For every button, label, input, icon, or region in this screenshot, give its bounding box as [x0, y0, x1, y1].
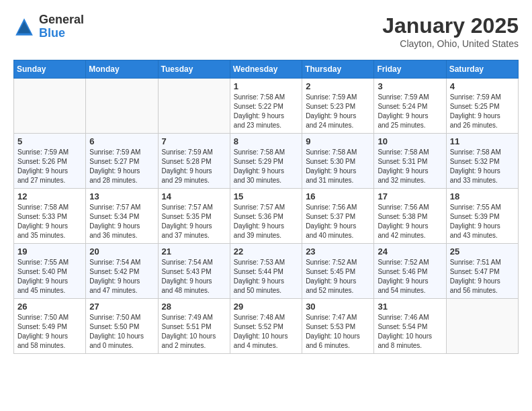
day-number: 13: [89, 191, 154, 201]
logo-icon: [13, 16, 35, 38]
day-info: Sunrise: 7:58 AM Sunset: 5:33 PM Dayligh…: [17, 203, 82, 240]
calendar-cell: 19Sunrise: 7:55 AM Sunset: 5:40 PM Dayli…: [14, 244, 86, 299]
day-number: 31: [378, 302, 442, 312]
day-number: 15: [234, 191, 298, 201]
day-number: 10: [378, 136, 442, 146]
day-number: 24: [378, 246, 442, 257]
day-number: 21: [162, 246, 226, 257]
day-info: Sunrise: 7:49 AM Sunset: 5:51 PM Dayligh…: [162, 313, 226, 351]
calendar-cell: 3Sunrise: 7:59 AM Sunset: 5:24 PM Daylig…: [374, 79, 446, 134]
day-info: Sunrise: 7:57 AM Sunset: 5:36 PM Dayligh…: [234, 203, 298, 240]
title-block: January 2025 Clayton, Ohio, United State…: [382, 13, 519, 49]
calendar-cell: [14, 79, 86, 134]
day-info: Sunrise: 7:54 AM Sunset: 5:42 PM Dayligh…: [89, 258, 154, 295]
calendar-week-row: 1Sunrise: 7:58 AM Sunset: 5:22 PM Daylig…: [14, 79, 519, 134]
calendar-cell: 9Sunrise: 7:58 AM Sunset: 5:30 PM Daylig…: [302, 134, 374, 189]
weekday-header: Saturday: [446, 60, 518, 79]
day-number: 26: [17, 302, 82, 312]
calendar-cell: 29Sunrise: 7:48 AM Sunset: 5:52 PM Dayli…: [230, 299, 302, 354]
day-info: Sunrise: 7:53 AM Sunset: 5:44 PM Dayligh…: [234, 258, 298, 295]
calendar-cell: 18Sunrise: 7:55 AM Sunset: 5:39 PM Dayli…: [446, 189, 518, 244]
calendar-cell: [446, 299, 518, 354]
day-number: 16: [306, 191, 370, 201]
day-info: Sunrise: 7:59 AM Sunset: 5:27 PM Dayligh…: [89, 148, 154, 185]
location: Clayton, Ohio, United States: [382, 38, 519, 49]
month-title: January 2025: [382, 13, 519, 38]
calendar-week-row: 19Sunrise: 7:55 AM Sunset: 5:40 PM Dayli…: [14, 244, 519, 299]
day-info: Sunrise: 7:50 AM Sunset: 5:49 PM Dayligh…: [17, 313, 82, 351]
calendar-cell: 13Sunrise: 7:57 AM Sunset: 5:34 PM Dayli…: [86, 189, 158, 244]
day-number: 8: [234, 136, 298, 146]
day-number: 23: [306, 246, 370, 257]
calendar-cell: 2Sunrise: 7:59 AM Sunset: 5:23 PM Daylig…: [302, 79, 374, 134]
day-number: 20: [89, 246, 154, 257]
calendar-cell: 11Sunrise: 7:58 AM Sunset: 5:32 PM Dayli…: [446, 134, 518, 189]
calendar-cell: 31Sunrise: 7:46 AM Sunset: 5:54 PM Dayli…: [374, 299, 446, 354]
day-info: Sunrise: 7:58 AM Sunset: 5:22 PM Dayligh…: [234, 93, 298, 130]
logo-text: General Blue: [39, 13, 84, 40]
calendar-cell: 22Sunrise: 7:53 AM Sunset: 5:44 PM Dayli…: [230, 244, 302, 299]
day-number: 6: [89, 136, 154, 146]
day-number: 22: [234, 246, 298, 257]
calendar-cell: [158, 79, 230, 134]
calendar-cell: 23Sunrise: 7:52 AM Sunset: 5:45 PM Dayli…: [302, 244, 374, 299]
day-info: Sunrise: 7:57 AM Sunset: 5:34 PM Dayligh…: [89, 203, 154, 240]
calendar-cell: 1Sunrise: 7:58 AM Sunset: 5:22 PM Daylig…: [230, 79, 302, 134]
calendar-cell: [86, 79, 158, 134]
day-info: Sunrise: 7:58 AM Sunset: 5:29 PM Dayligh…: [234, 148, 298, 185]
calendar-cell: 26Sunrise: 7:50 AM Sunset: 5:49 PM Dayli…: [14, 299, 86, 354]
day-info: Sunrise: 7:59 AM Sunset: 5:28 PM Dayligh…: [162, 148, 226, 185]
day-info: Sunrise: 7:59 AM Sunset: 5:25 PM Dayligh…: [450, 93, 515, 130]
day-number: 25: [450, 246, 515, 257]
day-info: Sunrise: 7:58 AM Sunset: 5:31 PM Dayligh…: [378, 148, 442, 185]
logo: General Blue: [13, 13, 84, 40]
day-info: Sunrise: 7:47 AM Sunset: 5:53 PM Dayligh…: [306, 313, 370, 351]
day-info: Sunrise: 7:50 AM Sunset: 5:50 PM Dayligh…: [89, 313, 154, 351]
calendar-week-row: 12Sunrise: 7:58 AM Sunset: 5:33 PM Dayli…: [14, 189, 519, 244]
logo-blue: Blue: [39, 27, 84, 40]
calendar-cell: 4Sunrise: 7:59 AM Sunset: 5:25 PM Daylig…: [446, 79, 518, 134]
calendar-cell: 28Sunrise: 7:49 AM Sunset: 5:51 PM Dayli…: [158, 299, 230, 354]
logo-general: General: [39, 13, 84, 27]
day-info: Sunrise: 7:56 AM Sunset: 5:37 PM Dayligh…: [306, 203, 370, 240]
day-number: 19: [17, 246, 82, 257]
calendar-cell: 10Sunrise: 7:58 AM Sunset: 5:31 PM Dayli…: [374, 134, 446, 189]
day-info: Sunrise: 7:54 AM Sunset: 5:43 PM Dayligh…: [162, 258, 226, 295]
weekday-header-row: SundayMondayTuesdayWednesdayThursdayFrid…: [14, 60, 519, 79]
day-info: Sunrise: 7:55 AM Sunset: 5:39 PM Dayligh…: [450, 203, 515, 240]
day-number: 2: [306, 81, 370, 91]
day-number: 4: [450, 81, 515, 91]
day-info: Sunrise: 7:46 AM Sunset: 5:54 PM Dayligh…: [378, 313, 442, 351]
calendar-cell: 15Sunrise: 7:57 AM Sunset: 5:36 PM Dayli…: [230, 189, 302, 244]
calendar-cell: 21Sunrise: 7:54 AM Sunset: 5:43 PM Dayli…: [158, 244, 230, 299]
calendar-cell: 5Sunrise: 7:59 AM Sunset: 5:26 PM Daylig…: [14, 134, 86, 189]
day-number: 27: [89, 302, 154, 312]
weekday-header: Tuesday: [158, 60, 230, 79]
calendar-cell: 17Sunrise: 7:56 AM Sunset: 5:38 PM Dayli…: [374, 189, 446, 244]
weekday-header: Thursday: [302, 60, 374, 79]
day-number: 28: [162, 302, 226, 312]
calendar-week-row: 5Sunrise: 7:59 AM Sunset: 5:26 PM Daylig…: [14, 134, 519, 189]
day-number: 29: [234, 302, 298, 312]
day-info: Sunrise: 7:58 AM Sunset: 5:32 PM Dayligh…: [450, 148, 515, 185]
day-number: 12: [17, 191, 82, 201]
weekday-header: Monday: [86, 60, 158, 79]
day-info: Sunrise: 7:59 AM Sunset: 5:23 PM Dayligh…: [306, 93, 370, 130]
calendar-week-row: 26Sunrise: 7:50 AM Sunset: 5:49 PM Dayli…: [14, 299, 519, 354]
day-info: Sunrise: 7:55 AM Sunset: 5:40 PM Dayligh…: [17, 258, 82, 295]
day-number: 14: [162, 191, 226, 201]
day-info: Sunrise: 7:59 AM Sunset: 5:24 PM Dayligh…: [378, 93, 442, 130]
calendar-cell: 30Sunrise: 7:47 AM Sunset: 5:53 PM Dayli…: [302, 299, 374, 354]
weekday-header: Wednesday: [230, 60, 302, 79]
day-number: 5: [17, 136, 82, 146]
calendar-cell: 8Sunrise: 7:58 AM Sunset: 5:29 PM Daylig…: [230, 134, 302, 189]
calendar-cell: 16Sunrise: 7:56 AM Sunset: 5:37 PM Dayli…: [302, 189, 374, 244]
day-info: Sunrise: 7:52 AM Sunset: 5:46 PM Dayligh…: [378, 258, 442, 295]
calendar-cell: 12Sunrise: 7:58 AM Sunset: 5:33 PM Dayli…: [14, 189, 86, 244]
calendar-cell: 6Sunrise: 7:59 AM Sunset: 5:27 PM Daylig…: [86, 134, 158, 189]
day-info: Sunrise: 7:59 AM Sunset: 5:26 PM Dayligh…: [17, 148, 82, 185]
calendar-cell: 7Sunrise: 7:59 AM Sunset: 5:28 PM Daylig…: [158, 134, 230, 189]
day-info: Sunrise: 7:57 AM Sunset: 5:35 PM Dayligh…: [162, 203, 226, 240]
day-number: 11: [450, 136, 515, 146]
calendar-cell: 14Sunrise: 7:57 AM Sunset: 5:35 PM Dayli…: [158, 189, 230, 244]
